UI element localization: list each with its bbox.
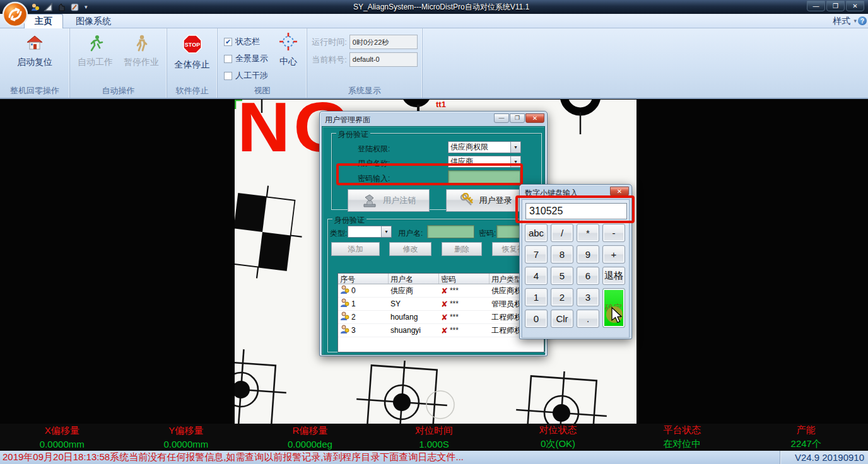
start-reset-label: 启动复位: [17, 57, 52, 68]
dialog-minimize-button[interactable]: —: [494, 113, 509, 123]
style-caret-icon[interactable]: ▾: [853, 18, 857, 24]
user-login-label: 用户登录: [479, 195, 512, 206]
ribbon-tab-row: 主页 图像系统 样式 ▾ ?: [0, 14, 868, 28]
key-5[interactable]: 5: [551, 267, 573, 285]
tab-vision-system[interactable]: 图像系统: [66, 14, 121, 28]
manual-intervention-checkbox-row[interactable]: ✔ 人工干涉: [224, 70, 268, 81]
key-backspace[interactable]: 退格: [602, 267, 625, 285]
auth-groupbox-label: 身份验证: [336, 129, 370, 140]
user-login-button[interactable]: 用户登录: [446, 189, 525, 212]
user-quick-icon[interactable]: [30, 3, 40, 12]
ribbon-group-home-reset: 启动复位 整机回零操作: [0, 28, 70, 98]
auto-work-label: 自动工作: [78, 57, 113, 68]
key-1[interactable]: 1: [525, 288, 548, 306]
chevron-down-icon[interactable]: ▾: [510, 156, 520, 167]
statusbar-checkbox-label: 状态栏: [235, 36, 260, 47]
table-row[interactable]: 1 SY ✘*** 管理员权限: [338, 298, 544, 311]
username-dropdown[interactable]: 供应商 ▾: [448, 156, 521, 168]
table-row[interactable]: 3 shuangyi ✘*** 工程师权限: [338, 324, 544, 337]
runtime-field: 0时0分22秒: [349, 35, 418, 49]
dialog-restore-button[interactable]: ❐: [510, 113, 525, 123]
start-reset-button[interactable]: 启动复位: [13, 33, 56, 69]
app-logo[interactable]: [2, 1, 28, 28]
keypad-titlebar[interactable]: 数字小键盘输入 ✕: [522, 187, 630, 199]
red-x-icon: ✘: [441, 300, 448, 308]
key-minus[interactable]: -: [602, 224, 625, 242]
key-8[interactable]: 8: [551, 245, 573, 264]
panorama-checkbox[interactable]: ✔: [224, 55, 232, 63]
close-button[interactable]: ✕: [846, 1, 864, 11]
status-bar: X偏移量 0.0000mm Y偏移量 0.0000mm R偏移量 0.0000d…: [0, 424, 868, 451]
key-clear[interactable]: Clr: [551, 310, 573, 328]
pause-job-button[interactable]: 暂停作业: [120, 33, 163, 69]
quick-access-caret-icon[interactable]: ▾: [85, 4, 88, 10]
mark-tag-label: tt1: [436, 100, 446, 109]
maximize-button[interactable]: ❐: [826, 1, 845, 11]
password-input[interactable]: [448, 170, 520, 183]
key-multiply[interactable]: *: [577, 224, 599, 242]
key-divide[interactable]: /: [551, 224, 573, 242]
user-avatar-icon: [340, 325, 349, 336]
new-user-field[interactable]: [427, 225, 474, 238]
add-user-button[interactable]: 添加: [331, 242, 380, 256]
key-4[interactable]: 4: [525, 267, 548, 285]
window-title: SY_AliagnSystem---MicroDistPro自动对位系统V11.…: [353, 2, 529, 13]
keys-icon: [459, 193, 474, 208]
user-avatar-icon: [340, 285, 349, 296]
log-bar: 2019年09月20日18:13:58系统当前没有任何报警信息,如需查询以前报警…: [0, 451, 868, 464]
key-7[interactable]: 7: [525, 245, 548, 264]
statusbar-checkbox-row[interactable]: ✔ 状态栏: [224, 36, 268, 47]
key-0[interactable]: 0: [525, 310, 548, 328]
help-icon[interactable]: ?: [858, 16, 867, 25]
user-logout-label: 用户注销: [383, 195, 416, 206]
panorama-checkbox-row[interactable]: ✔ 全景显示: [224, 53, 268, 64]
ribbon-filler: [423, 28, 868, 98]
key-3[interactable]: 3: [577, 288, 599, 306]
user-logout-button[interactable]: 用户注销: [348, 189, 430, 212]
key-9[interactable]: 9: [577, 245, 599, 264]
user-dialog-titlebar[interactable]: 用户管理界面 — ❐ ✕: [322, 113, 545, 126]
manual-intervention-checkbox[interactable]: ✔: [224, 72, 232, 80]
alarm-log-message: 2019年09月20日18:13:58系统当前没有任何报警信息,如需查询以前报警…: [0, 451, 780, 463]
all-stop-button[interactable]: STOP 全体停止: [171, 33, 214, 72]
chevron-down-icon[interactable]: ▾: [510, 142, 520, 153]
tool-quick-icon[interactable]: [70, 3, 79, 12]
dialog-close-button[interactable]: ✕: [525, 113, 544, 123]
group-label-home-reset: 整机回零操作: [0, 85, 69, 96]
key-2[interactable]: 2: [551, 288, 573, 306]
hand-quick-icon[interactable]: [57, 3, 66, 12]
table-row[interactable]: 0 供应商 ✘*** 供应商权限: [338, 284, 544, 298]
center-button[interactable]: 中心: [275, 28, 302, 69]
style-menu[interactable]: 样式: [833, 16, 850, 27]
svg-text:STOP: STOP: [184, 42, 199, 48]
user-avatar-icon: [340, 298, 349, 310]
panorama-checkbox-label: 全景显示: [235, 53, 268, 64]
center-label: 中心: [279, 56, 297, 67]
key-plus[interactable]: +: [602, 245, 625, 264]
key-dot[interactable]: .: [577, 310, 599, 328]
statusbar-checkbox[interactable]: ✔: [224, 38, 232, 46]
red-x-icon: ✘: [441, 287, 448, 295]
chevron-down-icon[interactable]: ▾: [381, 226, 391, 237]
key-6[interactable]: 6: [577, 267, 599, 285]
keypad-input[interactable]: [525, 203, 627, 219]
manual-intervention-checkbox-label: 人工干涉: [235, 70, 268, 81]
key-confirm[interactable]: 确定: [602, 288, 625, 328]
user-management-dialog: 用户管理界面 — ❐ ✕ 身份验证 登陆权限: 供应商权限 ▾ 用户名称: 供应…: [319, 111, 548, 356]
ruler-quick-icon[interactable]: [44, 3, 53, 12]
minimize-button[interactable]: —: [807, 1, 825, 11]
keypad-close-button[interactable]: ✕: [610, 187, 629, 196]
user-dialog-title: 用户管理界面: [325, 115, 370, 125]
status-align-state: 对位状态 0次(OK): [496, 424, 620, 451]
modify-user-button[interactable]: 修改: [389, 242, 431, 256]
tab-home[interactable]: 主页: [24, 14, 63, 28]
type-label: 类型:: [330, 228, 347, 239]
delete-user-button[interactable]: 删除: [442, 242, 482, 256]
auto-work-button[interactable]: 自动工作: [74, 33, 117, 69]
runner-icon: [86, 34, 104, 54]
table-row[interactable]: 2 houfang ✘*** 工程师权限: [338, 311, 544, 324]
key-abc[interactable]: abc: [525, 224, 548, 242]
login-permission-dropdown[interactable]: 供应商权限 ▾: [448, 141, 521, 153]
type-dropdown[interactable]: ▾: [348, 226, 392, 238]
ribbon-group-software-stop: STOP 全体停止 软件停止: [167, 28, 218, 98]
